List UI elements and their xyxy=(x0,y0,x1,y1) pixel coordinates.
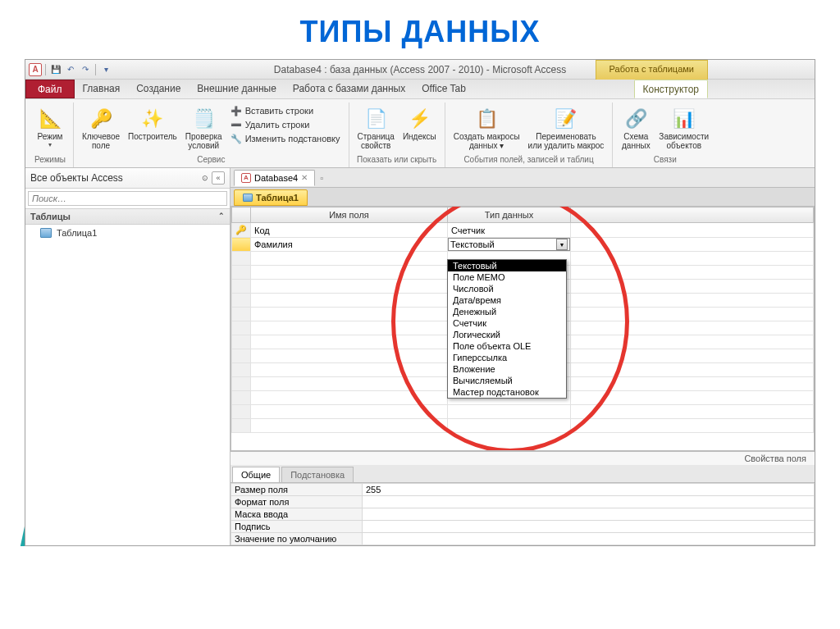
field-desc-cell[interactable] xyxy=(571,223,814,238)
field-desc-cell[interactable] xyxy=(571,294,814,308)
builder-button[interactable]: ✨ Построитель xyxy=(125,104,180,143)
search-input[interactable] xyxy=(28,191,227,206)
col-description[interactable] xyxy=(571,207,814,223)
rename-delete-macro-button[interactable]: 📝 Переименовать или удалить макрос xyxy=(525,104,608,152)
row-selector[interactable] xyxy=(232,405,251,419)
object-tab-table1[interactable]: Таблица1 xyxy=(234,189,308,206)
field-name-cell[interactable] xyxy=(251,405,448,419)
nav-item-table1[interactable]: Таблица1 xyxy=(25,225,230,241)
property-value-cell[interactable] xyxy=(363,496,815,508)
modify-lookup-button[interactable]: 🔧Изменить подстановку xyxy=(227,132,344,145)
property-value-cell[interactable]: 255 xyxy=(363,484,815,496)
row-selector[interactable] xyxy=(232,252,251,266)
row-selector[interactable] xyxy=(232,377,251,391)
row-selector[interactable] xyxy=(232,308,251,321)
close-tab-icon[interactable]: ✕ xyxy=(301,173,308,182)
row-selector[interactable] xyxy=(232,349,251,363)
field-desc-cell[interactable] xyxy=(571,391,814,405)
dropdown-option[interactable]: Гиперссылка xyxy=(448,352,566,363)
field-desc-cell[interactable] xyxy=(571,252,814,266)
nav-header[interactable]: Все объекты Access ⊙ « xyxy=(25,168,230,189)
dropdown-option[interactable]: Счетчик xyxy=(448,317,566,329)
dropdown-option[interactable]: Вычисляемый xyxy=(448,375,566,386)
nav-collapse-button[interactable]: « xyxy=(212,171,225,185)
indexes-button[interactable]: ⚡ Индексы xyxy=(399,104,440,143)
row-selector[interactable] xyxy=(232,419,251,433)
tab-officetab[interactable]: Office Tab xyxy=(413,80,474,98)
field-type-cell[interactable] xyxy=(448,419,571,433)
row-selector-active[interactable] xyxy=(232,238,251,252)
field-desc-cell[interactable] xyxy=(571,321,814,335)
insert-rows-button[interactable]: ➕Вставить строки xyxy=(227,104,344,117)
field-desc-cell[interactable] xyxy=(571,419,814,433)
field-desc-cell[interactable] xyxy=(571,308,814,321)
field-desc-cell[interactable] xyxy=(571,238,814,252)
field-name-cell[interactable] xyxy=(251,419,448,433)
schema-button[interactable]: 🔗 Схема данных xyxy=(618,104,654,152)
row-selector[interactable] xyxy=(232,294,251,308)
tab-home[interactable]: Главная xyxy=(75,80,129,98)
property-sheet-button[interactable]: 📄 Страница свойств xyxy=(354,104,398,152)
col-field-name[interactable]: Имя поля xyxy=(251,207,448,223)
tab-create[interactable]: Создание xyxy=(128,80,189,98)
field-desc-cell[interactable] xyxy=(571,335,814,349)
row-selector[interactable] xyxy=(232,363,251,377)
row-selector[interactable] xyxy=(232,391,251,405)
row-selector[interactable]: 🔑 xyxy=(232,223,251,238)
dropdown-option[interactable]: Денежный xyxy=(448,306,566,317)
row-selector[interactable] xyxy=(232,335,251,349)
property-value-cell[interactable] xyxy=(363,533,815,545)
field-type-cell-active[interactable]: Текстовый ▼ xyxy=(448,238,571,252)
qat-dropdown-icon[interactable]: ▾ xyxy=(99,63,112,76)
field-name-cell[interactable] xyxy=(251,321,448,335)
save-icon[interactable]: 💾 xyxy=(49,63,62,76)
property-value-cell[interactable] xyxy=(363,521,815,533)
dropdown-option[interactable]: Логический xyxy=(448,329,566,340)
prop-tab-general[interactable]: Общие xyxy=(232,467,280,482)
field-name-cell[interactable] xyxy=(251,280,448,294)
dropdown-option[interactable]: Числовой xyxy=(448,283,566,294)
row-selector[interactable] xyxy=(232,321,251,335)
field-name-cell[interactable] xyxy=(251,349,448,363)
dropdown-option[interactable]: Текстовый xyxy=(448,260,566,271)
field-name-cell[interactable] xyxy=(251,294,448,308)
dropdown-option[interactable]: Поле МЕМО xyxy=(448,271,566,283)
validation-button[interactable]: 🗒️ Проверка условий xyxy=(182,104,226,152)
field-name-cell[interactable]: Код xyxy=(251,223,448,238)
delete-rows-button[interactable]: ➖Удалить строки xyxy=(227,118,344,131)
redo-icon[interactable]: ↷ xyxy=(79,63,92,76)
field-name-cell[interactable] xyxy=(251,252,448,266)
combo-dropdown-icon[interactable]: ▼ xyxy=(556,239,568,250)
prop-tab-lookup[interactable]: Подстановка xyxy=(281,467,354,482)
dropdown-option[interactable]: Дата/время xyxy=(448,294,566,306)
field-name-cell[interactable] xyxy=(251,363,448,377)
col-data-type[interactable]: Тип данных xyxy=(448,207,571,223)
field-name-cell[interactable]: Фамилия xyxy=(251,238,448,252)
dropdown-option[interactable]: Вложение xyxy=(448,363,566,375)
create-macros-button[interactable]: 📋 Создать макросы данных ▾ xyxy=(450,104,523,152)
dropdown-option[interactable]: Мастер подстановок xyxy=(448,386,566,398)
data-type-combo[interactable]: Текстовый ▼ xyxy=(448,238,570,251)
tab-file[interactable]: Файл xyxy=(25,80,75,98)
field-desc-cell[interactable] xyxy=(571,266,814,280)
undo-icon[interactable]: ↶ xyxy=(64,63,77,76)
view-button[interactable]: 📐 Режим ▾ xyxy=(32,104,68,150)
field-name-cell[interactable] xyxy=(251,377,448,391)
primary-key-button[interactable]: 🔑 Ключевое поле xyxy=(79,104,123,152)
dependencies-button[interactable]: 📊 Зависимости объектов xyxy=(655,104,712,152)
row-selector[interactable] xyxy=(232,266,251,280)
tab-external[interactable]: Внешние данные xyxy=(189,80,285,98)
dropdown-option[interactable]: Поле объекта OLE xyxy=(448,340,566,352)
field-name-cell[interactable] xyxy=(251,391,448,405)
field-type-cell[interactable] xyxy=(448,405,571,419)
doc-tab-database4[interactable]: A Database4 ✕ xyxy=(234,170,315,186)
field-desc-cell[interactable] xyxy=(571,280,814,294)
field-name-cell[interactable] xyxy=(251,335,448,349)
row-selector[interactable] xyxy=(232,280,251,294)
new-tab-button[interactable]: ▫ xyxy=(317,171,326,185)
field-type-cell[interactable]: Счетчик xyxy=(448,223,571,238)
field-desc-cell[interactable] xyxy=(571,405,814,419)
tab-designer[interactable]: Конструктор xyxy=(634,80,708,98)
nav-dropdown-icon[interactable]: ⊙ xyxy=(202,174,208,182)
field-desc-cell[interactable] xyxy=(571,363,814,377)
